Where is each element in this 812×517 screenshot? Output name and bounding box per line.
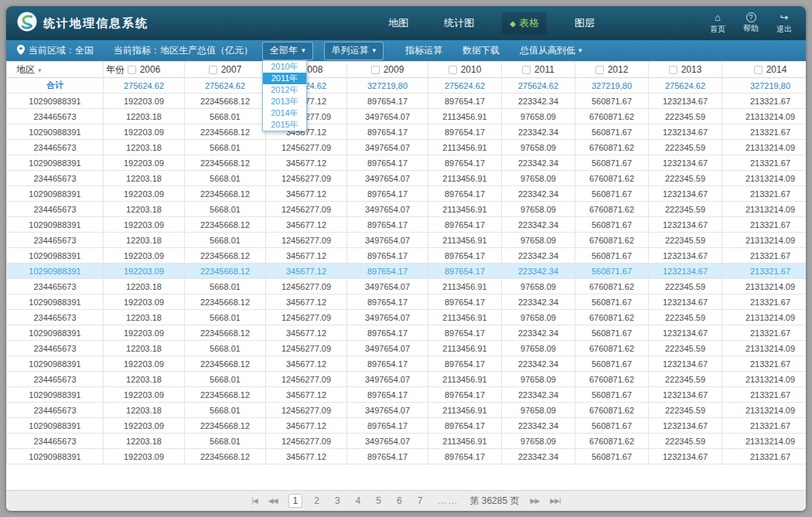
year-option[interactable]: 2015年 bbox=[263, 119, 306, 131]
value-cell: 12203.18 bbox=[104, 279, 185, 294]
first-page-button[interactable]: |◀ bbox=[252, 497, 258, 505]
value-cell: 560871.67 bbox=[575, 155, 649, 171]
prev-page-button[interactable]: ◀◀ bbox=[268, 497, 278, 505]
value-cell: 897654.17 bbox=[428, 449, 502, 464]
page-number[interactable]: 2 bbox=[310, 495, 323, 507]
table-row[interactable]: 10290988391192203.0922345668.12345677.12… bbox=[7, 387, 807, 403]
action-label: 首页 bbox=[710, 24, 725, 35]
year-option[interactable]: 2011年 bbox=[263, 73, 306, 84]
help-icon: ? bbox=[746, 12, 756, 22]
region-cell: 10290988391 bbox=[7, 155, 104, 171]
value-cell: 6760871.62 bbox=[575, 341, 649, 356]
table-row[interactable]: 23446567312203.185668.0112456277.0934976… bbox=[7, 403, 807, 418]
value-cell: 22345668.12 bbox=[185, 449, 266, 464]
table-row[interactable]: 10290988391192203.0922345668.12345677.12… bbox=[7, 418, 807, 434]
value-cell: 5668.01 bbox=[185, 341, 266, 356]
value-cell: 345677.12 bbox=[266, 264, 347, 279]
data-download-button[interactable]: 数据下载 bbox=[462, 44, 500, 57]
year-label: 2012 bbox=[608, 64, 629, 75]
single-column-button[interactable]: 单列运算 ▾ bbox=[324, 42, 384, 60]
page-number[interactable]: 7 bbox=[414, 495, 427, 507]
table-row[interactable]: 23446567312203.185668.0112456277.0934976… bbox=[7, 341, 807, 356]
value-cell: 3497654.07 bbox=[347, 140, 428, 155]
tab-map[interactable]: 地图 bbox=[380, 12, 416, 34]
table-row[interactable]: 10290988391192203.0922345668.12345677.12… bbox=[7, 449, 807, 464]
year-checkbox[interactable] bbox=[371, 66, 380, 74]
year-checkbox[interactable] bbox=[754, 66, 763, 74]
sort-order-button[interactable]: 总值从高到低 ▾ bbox=[520, 44, 582, 57]
year-filter-button[interactable]: 全部年 ▾ bbox=[262, 42, 313, 60]
indicator-calc-button[interactable]: 指标运算 bbox=[405, 44, 442, 57]
page-number[interactable]: 5 bbox=[372, 495, 385, 507]
value-cell: 213321.67 bbox=[722, 264, 807, 279]
home-button[interactable]: ⌂首页 bbox=[707, 12, 728, 35]
table-row[interactable]: 23446567312203.185668.0112456277.0934976… bbox=[7, 279, 807, 294]
year-label: 2006 bbox=[140, 64, 161, 75]
table-row[interactable]: 23446567312203.185668.0112456277.0934976… bbox=[7, 434, 807, 449]
table-row[interactable]: 10290988391192203.0922345668.12345677.12… bbox=[7, 94, 807, 109]
next-page-button[interactable]: ▶▶ bbox=[530, 497, 539, 505]
value-cell: 22345668.12 bbox=[185, 124, 266, 140]
table-row[interactable]: 10290988391192203.0922345668.12345677.12… bbox=[7, 217, 807, 233]
year-option[interactable]: 2013年 bbox=[263, 96, 306, 107]
table-row[interactable]: 23446567312203.185668.0112456277.0934976… bbox=[7, 109, 807, 124]
table-row[interactable]: 10290988391192203.0922345668.12345677.12… bbox=[7, 325, 807, 341]
year-checkbox[interactable] bbox=[209, 66, 217, 74]
value-cell: 1232134.67 bbox=[649, 94, 722, 109]
value-cell: 223342.34 bbox=[502, 449, 575, 464]
value-cell: 213321.67 bbox=[722, 155, 807, 171]
app-title: 统计地理信息系统 bbox=[43, 16, 148, 31]
tab-layers[interactable]: 图层 bbox=[567, 12, 602, 34]
value-cell: 223342.34 bbox=[502, 248, 575, 264]
table-row[interactable]: 23446567312203.185668.0112456277.0934976… bbox=[7, 202, 807, 217]
table-row[interactable]: 10290988391192203.0922345668.12345677.12… bbox=[7, 155, 807, 171]
year-option[interactable]: 2012年 bbox=[263, 84, 306, 96]
table-row[interactable]: 23446567312203.185668.0112456277.0934976… bbox=[7, 233, 807, 248]
table-row[interactable]: 23446567312203.185668.0112456277.0934976… bbox=[7, 372, 807, 387]
value-cell: 897654.17 bbox=[347, 356, 428, 372]
table-row[interactable]: 10290988391192203.0922345668.12345677.12… bbox=[7, 186, 807, 202]
table-row[interactable]: 10290988391192203.0922345668.12345677.12… bbox=[7, 356, 807, 372]
value-cell: 897654.17 bbox=[347, 124, 428, 140]
table-row[interactable]: 23446567312203.185668.0112456277.0934976… bbox=[7, 171, 807, 186]
tab-table[interactable]: ◆表格 bbox=[502, 12, 547, 34]
value-cell: 192203.09 bbox=[104, 248, 185, 264]
page-number[interactable]: 6 bbox=[393, 495, 406, 507]
value-cell: 5668.01 bbox=[185, 403, 266, 418]
value-cell: 560871.67 bbox=[575, 325, 649, 341]
region-cell: 234465673 bbox=[7, 341, 104, 356]
value-cell: 560871.67 bbox=[575, 248, 649, 264]
help-button[interactable]: ?帮助 bbox=[740, 12, 762, 35]
year-checkbox[interactable] bbox=[595, 66, 604, 74]
value-cell: 1232134.67 bbox=[649, 325, 722, 341]
table-row[interactable]: 23446567312203.185668.0112456277.0934976… bbox=[7, 310, 807, 325]
table-row[interactable]: 10290988391192203.0922345668.12345677.12… bbox=[7, 264, 807, 279]
exit-button[interactable]: ↪退出 bbox=[773, 12, 795, 35]
year-option[interactable]: 2010年 bbox=[263, 61, 306, 73]
year-checkbox[interactable] bbox=[128, 66, 136, 74]
year-checkbox[interactable] bbox=[669, 66, 677, 74]
total-value: 275624.62 bbox=[104, 78, 185, 94]
tab-chart[interactable]: 统计图 bbox=[436, 12, 482, 34]
value-cell: 5668.01 bbox=[185, 171, 266, 186]
year-column-header: 2011 bbox=[502, 62, 575, 78]
table-row[interactable]: 10290988391192203.0922345668.12345677.12… bbox=[7, 248, 807, 264]
table-row[interactable]: 10290988391192203.0922345668.12345677.12… bbox=[7, 124, 807, 140]
page-number[interactable]: 1 bbox=[288, 494, 303, 508]
tab-label: 图层 bbox=[575, 16, 595, 30]
region-column-header[interactable]: 地区▾ bbox=[7, 62, 104, 78]
table-row[interactable]: 23446567312203.185668.0112456277.0934976… bbox=[7, 140, 807, 155]
region-cell: 10290988391 bbox=[7, 186, 104, 202]
value-cell: 3497654.07 bbox=[347, 171, 428, 186]
value-cell: 12456277.09 bbox=[266, 171, 347, 186]
table-row[interactable]: 10290988391192203.0922345668.12345677.12… bbox=[7, 294, 807, 310]
page-number[interactable]: 4 bbox=[352, 495, 365, 507]
year-option[interactable]: 2014年 bbox=[263, 107, 306, 119]
value-cell: 12203.18 bbox=[104, 109, 185, 124]
year-checkbox[interactable] bbox=[522, 66, 531, 74]
last-page-button[interactable]: ▶▶| bbox=[550, 497, 560, 505]
year-checkbox[interactable] bbox=[449, 66, 457, 74]
page-number[interactable]: 3 bbox=[331, 495, 344, 507]
value-cell: 1232134.67 bbox=[649, 217, 722, 233]
value-cell: 12456277.09 bbox=[266, 310, 347, 325]
